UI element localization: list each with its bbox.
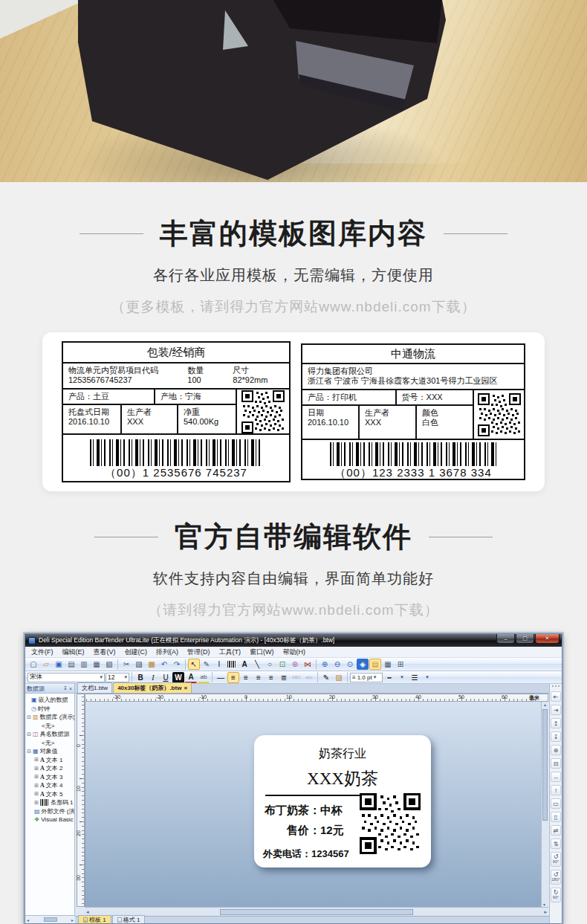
tab-template1[interactable]: 模板 1 [78,915,111,924]
cut-icon[interactable]: ✂ [120,659,132,670]
expand-icon[interactable]: ⊞ [34,791,39,797]
scroll-thumb[interactable] [44,917,57,922]
tab-format1[interactable]: 格式 1 [112,915,146,924]
equal-width-icon[interactable]: ▭ [551,798,561,809]
align-left-edges-icon[interactable]: ⇤ [551,691,561,702]
line-style-icon[interactable]: ☰ [409,672,421,683]
font-size-select[interactable]: 12▾ [106,673,129,682]
barcode-tool-icon[interactable] [226,659,238,670]
text-tool-icon[interactable]: A [239,659,250,670]
tab-document1[interactable]: 文档1.btw [77,682,112,693]
menu-manage[interactable]: 管理(D) [184,647,214,658]
underline-icon[interactable]: U [160,672,172,683]
tree-item-visual-basic[interactable]: ❖ Visual Basic 脚 [25,815,74,824]
database-icon[interactable]: ▥ [78,659,90,670]
view-toolbox-icon[interactable]: ▤ [369,659,381,670]
tree-item-named-sources[interactable]: ⊟ ◫ 具名数据源 [25,730,74,739]
tree-item-text2[interactable]: ⊞ A 文本 2 [25,764,74,773]
menu-view[interactable]: 查看(V) [90,647,120,658]
dash-style-icon[interactable]: ┅ [383,672,395,683]
align-top-edges-icon[interactable]: ↥ [551,718,561,728]
align-right-icon[interactable]: ≡ [253,672,265,683]
zoom-out-icon[interactable]: ⊖ [331,659,343,670]
tree-item-barcode1[interactable]: ⊞ 条形码 1 [25,798,74,807]
scroll-thumb[interactable] [220,909,413,915]
center-point-icon[interactable]: ⊕ [551,745,561,755]
highlight-icon[interactable]: ab [198,672,210,683]
tree-item-none[interactable]: <无> [25,739,74,748]
toolbar-drag-handle[interactable] [552,685,560,688]
title-bar[interactable]: Deli Special Edition BarTender UltraLite… [25,634,562,647]
undo-icon[interactable]: ↶ [158,659,170,670]
caps-icon[interactable]: ABC [291,672,302,683]
menu-file[interactable]: 文件(F) [27,647,57,658]
distribute-vertical-icon[interactable]: ⇅ [551,839,561,849]
align-center-icon[interactable]: ≡ [240,672,252,683]
lowercase-icon[interactable]: abc [303,672,315,683]
tab-milktea-label[interactable]: 40x30标签（奶茶）.btw × [113,682,192,693]
image-tool-icon[interactable]: ⊡ [276,659,288,670]
scroll-right-icon[interactable]: ▸ [544,909,547,915]
paste-icon[interactable]: ▩ [146,659,158,670]
tree-item-text4[interactable]: ⊞ A 文本 4 [25,781,74,790]
redo-icon[interactable]: ↷ [171,659,183,670]
menu-create[interactable]: 创建(C) [121,647,152,658]
copy-icon[interactable]: ▨ [133,659,145,670]
center-horizontal-icon[interactable]: ↔ [551,772,561,782]
expand-icon[interactable]: ⊞ [34,800,39,806]
line-tool-icon[interactable]: ╲ [251,659,263,670]
rotate-left-90-icon[interactable]: ↺ 90° [551,852,561,867]
w-style-icon[interactable]: W [172,672,184,683]
tree-item-text5[interactable]: ⊞ A 文本 5 [25,790,74,799]
tree-item-embedded-data[interactable]: ▣ 嵌入的数据 [25,696,74,705]
design-shop-name[interactable]: XXX奶茶 [254,767,431,790]
expand-icon[interactable]: ⊞ [34,783,39,789]
canvas-horizontal-scrollbar[interactable]: ◂ ▸ [85,907,548,916]
canvas-vertical-scrollbar[interactable]: ▴ ▾ [541,702,548,907]
expand-icon[interactable]: ⊞ [34,766,39,772]
zoom-select-icon[interactable]: ⊙ [344,659,356,670]
expand-icon[interactable]: ⊞ [34,774,39,780]
line-weight-select[interactable]: ≡ 1.0 pt ▾ [350,673,383,682]
align-right-edges-icon[interactable]: ⇥ [551,705,561,715]
minimize-button[interactable]: – [496,634,515,644]
menu-edit[interactable]: 编辑(E) [59,647,88,658]
align-justify-icon[interactable]: ≡ [265,672,277,683]
tree-item-none[interactable]: <无> [25,722,74,731]
text-cursor-tool-icon[interactable]: I [213,659,225,670]
scroll-left-icon[interactable]: ◂ [86,909,89,915]
shape-tool-icon[interactable]: ○ [264,659,276,670]
collapse-icon[interactable]: ⊟ [27,714,31,720]
collapse-icon[interactable]: ⊟ [27,731,31,737]
scroll-thumb[interactable] [542,709,548,821]
design-industry-text[interactable]: 奶茶行业 [254,746,431,762]
center-box-icon[interactable]: ⊟ [551,758,561,769]
maximize-button[interactable]: ▢ [516,634,534,644]
dash-style-dropdown[interactable]: ▾ [396,672,408,683]
panel-close-icon[interactable]: × [68,686,73,691]
expand-icon[interactable]: ⊞ [34,757,39,763]
tree-item-clock[interactable]: ◷ 时钟 [25,705,74,714]
save-icon[interactable]: ▣ [53,659,65,670]
pointer-tool-icon[interactable]: ↖ [188,659,200,670]
menu-help[interactable]: 帮助(H) [279,647,310,658]
align-bottom-edges-icon[interactable]: ↧ [551,731,561,742]
scroll-left-icon[interactable]: ◂ [27,917,29,923]
tree-item-object-values[interactable]: ⊟ ▦ 对象值 [25,747,74,756]
scroll-up-icon[interactable]: ▴ [544,702,546,707]
page-setup-icon[interactable]: ▤ [65,659,77,670]
fit-page-icon[interactable]: ◈ [357,659,369,670]
view-data-sources-icon[interactable]: ▦ [382,659,394,670]
tab-close-icon[interactable]: × [184,685,187,691]
grid-icon[interactable]: ⊞ [395,659,406,670]
tree-item-external-file[interactable]: ▤ 外部文件 (演示) [25,807,74,816]
new-document-icon[interactable]: ▢ [27,659,39,670]
milktea-label-design[interactable]: 奶茶行业 XXX奶茶 布丁奶茶：中杯 售价：12元 外卖电话：1234567 [254,735,431,868]
collapse-icon[interactable]: ⊟ [27,749,31,755]
format-painter-icon[interactable]: ✎ [201,659,213,670]
align-vertical-icon[interactable]: ≣ [278,672,290,683]
menu-arrange[interactable]: 排列(A) [152,647,182,658]
scroll-right-icon[interactable]: ▸ [71,917,74,923]
print-icon[interactable]: ▦ [91,659,103,670]
clipart-tool-icon[interactable]: ⊛ [289,659,301,670]
